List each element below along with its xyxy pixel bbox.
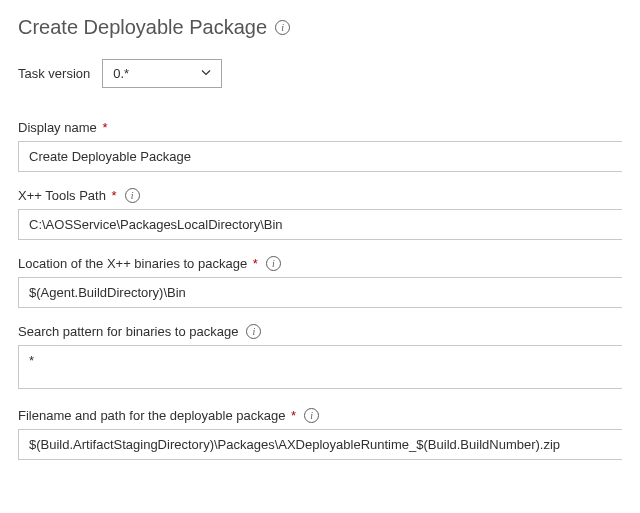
field-xpp-tools-path: X++ Tools Path * i <box>18 188 622 240</box>
package-filename-label: Filename and path for the deployable pac… <box>18 408 296 423</box>
info-icon[interactable]: i <box>125 188 140 203</box>
xpp-binaries-location-input[interactable] <box>18 277 622 308</box>
required-marker: * <box>249 256 258 271</box>
field-search-pattern: Search pattern for binaries to package i <box>18 324 622 392</box>
search-pattern-input[interactable] <box>18 345 622 389</box>
info-icon[interactable]: i <box>275 20 290 35</box>
required-marker: * <box>99 120 108 135</box>
display-name-label: Display name * <box>18 120 107 135</box>
field-label-row: Location of the X++ binaries to package … <box>18 256 622 271</box>
package-filename-input[interactable] <box>18 429 622 460</box>
info-icon[interactable]: i <box>246 324 261 339</box>
field-label-row: Display name * <box>18 120 622 135</box>
task-version-value: 0.* <box>102 59 222 88</box>
info-icon[interactable]: i <box>266 256 281 271</box>
required-marker: * <box>108 188 117 203</box>
info-icon[interactable]: i <box>304 408 319 423</box>
header-row: Create Deployable Package i <box>18 16 622 39</box>
field-label-row: X++ Tools Path * i <box>18 188 622 203</box>
xpp-tools-path-label: X++ Tools Path * <box>18 188 117 203</box>
field-display-name: Display name * <box>18 120 622 172</box>
search-pattern-label: Search pattern for binaries to package <box>18 324 238 339</box>
task-version-select[interactable]: 0.* <box>102 59 222 88</box>
display-name-input[interactable] <box>18 141 622 172</box>
field-label-row: Search pattern for binaries to package i <box>18 324 622 339</box>
required-marker: * <box>287 408 296 423</box>
xpp-tools-path-input[interactable] <box>18 209 622 240</box>
field-package-filename: Filename and path for the deployable pac… <box>18 408 622 460</box>
xpp-binaries-location-label: Location of the X++ binaries to package … <box>18 256 258 271</box>
task-version-row: Task version 0.* <box>18 59 622 88</box>
field-xpp-binaries-location: Location of the X++ binaries to package … <box>18 256 622 308</box>
field-label-row: Filename and path for the deployable pac… <box>18 408 622 423</box>
page-title: Create Deployable Package <box>18 16 267 39</box>
task-version-label: Task version <box>18 66 90 81</box>
